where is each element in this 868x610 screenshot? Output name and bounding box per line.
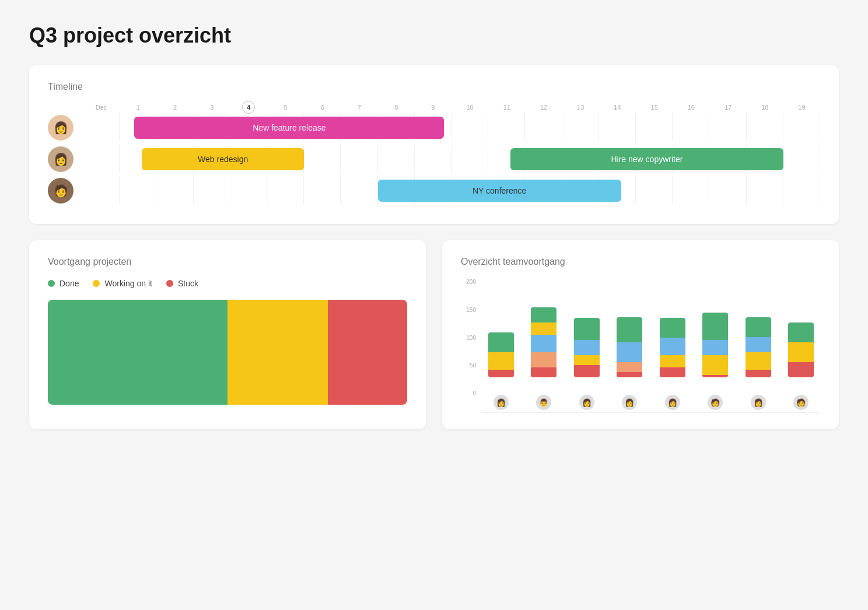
y-label: 150 bbox=[466, 307, 480, 313]
legend-dot bbox=[93, 280, 100, 287]
bar-stack bbox=[531, 307, 556, 377]
timeline-bar[interactable]: Web redesign bbox=[142, 148, 304, 170]
bar-segment bbox=[617, 342, 642, 362]
bar-segment bbox=[531, 322, 556, 335]
bar-stack bbox=[574, 318, 600, 377]
y-label: 0 bbox=[473, 390, 480, 397]
team-chart-title: Overzicht teamvoortgang bbox=[461, 257, 820, 267]
progress-segment bbox=[48, 300, 228, 405]
bar-segment bbox=[617, 317, 642, 342]
bar-group: 👩 bbox=[568, 318, 606, 396]
bar-segment bbox=[531, 307, 556, 322]
bar-segment bbox=[702, 355, 728, 375]
timeline-container: Dec123445678910111213141516171819👩New fe… bbox=[48, 104, 820, 205]
bar-stack bbox=[488, 332, 514, 377]
timeline-row: 🧑NY conference bbox=[48, 176, 820, 205]
bar-segment bbox=[488, 352, 514, 370]
bar-segment bbox=[702, 313, 728, 340]
bar-segment bbox=[574, 365, 600, 377]
bar-avatar: 👩 bbox=[751, 395, 766, 410]
bar-segment bbox=[660, 318, 685, 338]
timeline-avatar: 👩 bbox=[48, 115, 74, 141]
timeline-bar-area: NY conference bbox=[83, 176, 820, 205]
bar-segment bbox=[488, 332, 514, 352]
legend-item: Working on it bbox=[93, 279, 152, 288]
bar-group: 🧑 bbox=[696, 313, 735, 396]
legend: DoneWorking on itStuck bbox=[48, 279, 407, 288]
y-axis: 050100150200 bbox=[461, 279, 480, 397]
bar-segment bbox=[788, 322, 814, 342]
bar-avatar: 👩 bbox=[622, 395, 637, 410]
bar-segment bbox=[574, 355, 600, 365]
timeline-row: 👩Web redesignHire new copywriter bbox=[48, 145, 820, 174]
bar-segment bbox=[660, 355, 685, 367]
bar-segment bbox=[574, 340, 600, 355]
y-label: 100 bbox=[466, 335, 480, 341]
voortgang-card: Voortgang projecten DoneWorking on itStu… bbox=[29, 240, 426, 429]
timeline-bar[interactable]: NY conference bbox=[378, 180, 621, 202]
timeline-bar-area: New feature release bbox=[83, 113, 820, 142]
legend-item: Done bbox=[48, 279, 79, 288]
bar-stack bbox=[660, 318, 685, 377]
bottom-row: Voortgang projecten DoneWorking on itStu… bbox=[29, 240, 839, 429]
voortgang-title: Voortgang projecten bbox=[48, 257, 407, 267]
bar-segment bbox=[531, 352, 556, 367]
bar-avatar: 👨 bbox=[536, 395, 551, 410]
timeline-avatar: 👩 bbox=[48, 146, 74, 172]
y-label: 200 bbox=[466, 279, 480, 285]
legend-label: Working on it bbox=[104, 279, 152, 288]
bar-segment bbox=[574, 318, 600, 340]
bar-segment bbox=[788, 362, 814, 377]
bar-segment bbox=[746, 352, 771, 370]
bar-group: 🧑 bbox=[782, 322, 821, 396]
legend-item: Stuck bbox=[166, 279, 198, 288]
bar-stack bbox=[788, 322, 814, 377]
bar-avatar: 👩 bbox=[579, 395, 594, 410]
timeline-row: 👩New feature release bbox=[48, 113, 820, 142]
bar-group: 👩 bbox=[482, 332, 520, 396]
bar-avatar: 👩 bbox=[665, 395, 680, 410]
legend-dot bbox=[48, 280, 55, 287]
bar-segment bbox=[660, 338, 685, 355]
bars-area: 👩👨👩👩👩🧑👩🧑 bbox=[482, 279, 820, 413]
bar-segment bbox=[746, 370, 771, 377]
bar-segment bbox=[788, 342, 814, 362]
team-chart-card: Overzicht teamvoortgang 050100150200👩👨👩👩… bbox=[442, 240, 839, 429]
timeline-bar-area: Web redesignHire new copywriter bbox=[83, 145, 820, 174]
bar-group: 👨 bbox=[525, 307, 564, 396]
legend-label: Stuck bbox=[178, 279, 198, 288]
bar-segment bbox=[617, 372, 642, 377]
bar-segment bbox=[488, 370, 514, 377]
bar-segment bbox=[531, 335, 556, 352]
bar-avatar: 👩 bbox=[494, 395, 509, 410]
bar-stack bbox=[617, 317, 642, 377]
bar-group: 👩 bbox=[739, 317, 778, 396]
bar-avatar: 🧑 bbox=[708, 395, 723, 410]
bar-segment bbox=[702, 375, 728, 377]
timeline-avatar: 🧑 bbox=[48, 178, 74, 204]
bar-segment bbox=[660, 367, 685, 377]
legend-label: Done bbox=[60, 279, 79, 288]
bar-segment bbox=[617, 362, 642, 372]
bar-stack bbox=[746, 317, 771, 377]
timeline-bar[interactable]: Hire new copywriter bbox=[510, 148, 783, 170]
y-label: 50 bbox=[470, 362, 480, 369]
legend-dot bbox=[166, 280, 173, 287]
progress-segment bbox=[328, 300, 407, 405]
team-chart-container: 050100150200👩👨👩👩👩🧑👩🧑 bbox=[461, 279, 820, 413]
bar-segment bbox=[746, 337, 771, 352]
timeline-card: Timeline Dec1234456789101112131415161718… bbox=[29, 65, 839, 224]
page-title: Q3 project overzicht bbox=[29, 23, 839, 48]
progress-segment bbox=[228, 300, 328, 405]
bar-group: 👩 bbox=[653, 318, 692, 396]
bar-segment bbox=[702, 340, 728, 355]
timeline-title: Timeline bbox=[48, 82, 820, 92]
bar-stack bbox=[702, 313, 728, 377]
bar-segment bbox=[531, 367, 556, 377]
bar-group: 👩 bbox=[611, 317, 649, 396]
progress-bar bbox=[48, 300, 407, 405]
timeline-bar[interactable]: New feature release bbox=[134, 117, 444, 139]
bar-avatar: 🧑 bbox=[793, 395, 808, 410]
bar-segment bbox=[746, 317, 771, 337]
